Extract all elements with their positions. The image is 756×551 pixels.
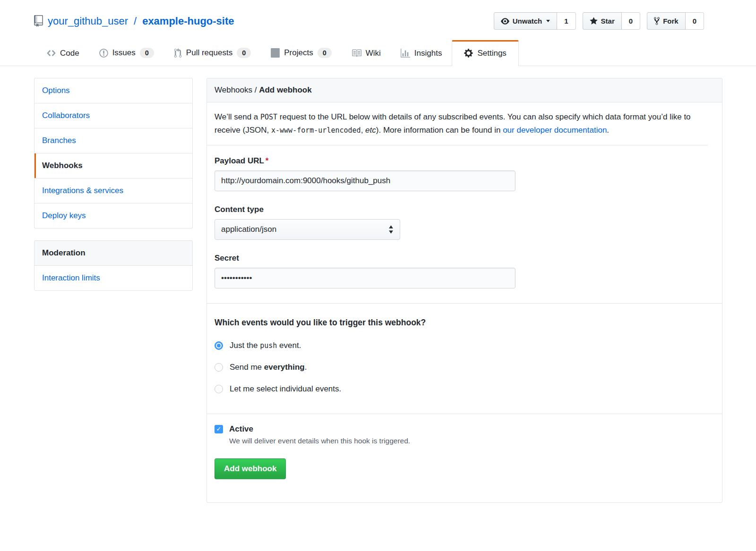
- description-text: ). More information can be found in: [376, 126, 503, 135]
- tab-issues-label: Issues: [112, 48, 136, 58]
- github-repo-settings-page: your_github_user / example-hugo-site Unw…: [0, 0, 756, 503]
- add-webhook-panel: Webhooks / Add webhook We’ll send a POST…: [206, 78, 722, 503]
- payload-url-group: Payload URL*: [215, 156, 714, 191]
- event-option-just-push-label: Just the push event.: [230, 341, 301, 350]
- tab-insights[interactable]: Insights: [391, 41, 452, 66]
- secret-input[interactable]: [215, 268, 515, 288]
- issues-counter: 0: [140, 48, 154, 58]
- radio-button-everything[interactable]: [215, 363, 223, 372]
- breadcrumb-webhooks-link[interactable]: Webhooks: [215, 85, 252, 94]
- unwatch-button[interactable]: Unwatch: [494, 12, 558, 30]
- developer-documentation-link[interactable]: our developer documentation: [503, 126, 607, 135]
- tab-pull-requests-label: Pull requests: [186, 48, 232, 58]
- content-type-label: Content type: [215, 205, 714, 214]
- payload-url-label: Payload URL*: [215, 156, 714, 166]
- tab-projects[interactable]: Projects 0: [261, 40, 342, 66]
- gear-icon: [464, 48, 473, 58]
- repo-owner-link[interactable]: your_github_user: [48, 15, 128, 27]
- payload-url-label-text: Payload URL: [215, 156, 264, 165]
- option-text: Just the: [230, 341, 260, 350]
- tab-code[interactable]: Code: [37, 41, 89, 66]
- issue-opened-icon: [99, 48, 108, 58]
- repo-forked-icon: [654, 17, 660, 25]
- option-text: event.: [277, 341, 301, 350]
- tab-issues[interactable]: Issues 0: [89, 40, 164, 66]
- webhook-form: Payload URL* Content type application/js…: [207, 145, 722, 304]
- option-text: .: [305, 363, 307, 372]
- event-option-individual[interactable]: Let me select individual events.: [215, 384, 714, 394]
- post-code-text: POST: [260, 113, 277, 121]
- urlencoded-code-text: x-www-form-urlencoded: [271, 126, 361, 135]
- repo-tab-bar: Code Issues 0 Pull requests 0 Projects 0: [0, 40, 756, 66]
- projects-counter: 0: [318, 48, 332, 58]
- code-icon: [47, 48, 56, 58]
- tab-settings[interactable]: Settings: [452, 40, 518, 66]
- watchers-count[interactable]: 1: [557, 12, 576, 30]
- sidebar-item-interaction-limits[interactable]: Interaction limits: [34, 266, 192, 290]
- stargazers-count[interactable]: 0: [622, 12, 640, 30]
- secret-group: Secret: [215, 254, 714, 288]
- star-button-group: Star 0: [583, 12, 641, 30]
- secret-label: Secret: [215, 254, 714, 263]
- etc-text: etc: [365, 126, 376, 135]
- page-title: Add webhook: [259, 85, 311, 94]
- sidebar-item-integrations-services[interactable]: Integrations & services: [34, 178, 192, 203]
- unwatch-label: Unwatch: [513, 17, 542, 25]
- sidebar-item-options[interactable]: Options: [34, 78, 192, 103]
- breadcrumb-separator: /: [252, 85, 259, 94]
- radio-button-individual[interactable]: [215, 385, 223, 393]
- moderation-menu: Moderation Interaction limits: [34, 240, 193, 291]
- everything-bold-text: everything: [264, 363, 305, 372]
- project-icon: [271, 48, 280, 58]
- repo-name-link[interactable]: example-hugo-site: [142, 15, 234, 27]
- push-code-text: push: [260, 341, 277, 350]
- content-type-group: Content type application/json: [215, 205, 714, 240]
- sidebar-item-webhooks[interactable]: Webhooks: [34, 153, 192, 178]
- star-button[interactable]: Star: [583, 12, 622, 30]
- caret-down-icon: [546, 20, 550, 22]
- graph-icon: [401, 49, 410, 58]
- description-text: We’ll send a: [215, 112, 260, 121]
- add-webhook-button[interactable]: Add webhook: [215, 458, 286, 479]
- repo-separator: /: [133, 15, 137, 27]
- repo-header: your_github_user / example-hugo-site Unw…: [0, 0, 756, 30]
- pull-requests-counter: 0: [237, 48, 251, 58]
- sidebar-item-deploy-keys[interactable]: Deploy keys: [34, 203, 192, 228]
- event-option-everything[interactable]: Send me everything.: [215, 363, 714, 372]
- event-option-everything-label: Send me everything.: [230, 363, 307, 372]
- repo-icon: [34, 15, 43, 27]
- sidebar-item-collaborators[interactable]: Collaborators: [34, 103, 192, 128]
- moderation-header: Moderation: [34, 241, 192, 266]
- event-option-just-push[interactable]: Just the push event.: [215, 341, 714, 350]
- sidebar-item-branches[interactable]: Branches: [34, 128, 192, 153]
- event-option-individual-label: Let me select individual events.: [230, 384, 341, 394]
- description-text: .: [607, 126, 609, 135]
- fork-button[interactable]: Fork: [647, 12, 686, 30]
- tab-insights-label: Insights: [414, 49, 442, 58]
- tab-wiki-label: Wiki: [366, 49, 381, 58]
- tab-pull-requests[interactable]: Pull requests 0: [164, 40, 261, 66]
- payload-url-input[interactable]: [215, 170, 515, 191]
- tab-code-label: Code: [60, 49, 79, 58]
- active-checkbox[interactable]: ✓: [215, 425, 223, 433]
- webhook-description: We’ll send a POST request to the URL bel…: [207, 102, 708, 145]
- active-checkbox-row[interactable]: ✓ Active: [215, 424, 714, 434]
- radio-button-just-push[interactable]: [215, 341, 223, 350]
- tab-wiki[interactable]: Wiki: [342, 41, 391, 66]
- content-type-select[interactable]: application/json: [215, 219, 400, 240]
- forks-count[interactable]: 0: [686, 12, 704, 30]
- content-type-selected-value: application/json: [221, 225, 276, 234]
- webhook-events-section: Which events would you like to trigger t…: [207, 304, 722, 414]
- settings-sidebar: Options Collaborators Branches Webhooks …: [34, 78, 193, 291]
- option-text: Send me: [230, 363, 264, 372]
- active-section: ✓ Active We will deliver event details w…: [207, 414, 722, 502]
- breadcrumb: Webhooks / Add webhook: [207, 78, 722, 102]
- fork-button-group: Fork 0: [647, 12, 704, 30]
- repo-actions: Unwatch 1 Star 0: [494, 12, 704, 30]
- events-heading: Which events would you like to trigger t…: [215, 318, 714, 328]
- repo-title: your_github_user / example-hugo-site: [34, 15, 234, 27]
- description-text: ,: [361, 126, 365, 135]
- book-icon: [352, 48, 361, 58]
- tab-settings-label: Settings: [477, 49, 506, 58]
- settings-menu: Options Collaborators Branches Webhooks …: [34, 78, 193, 229]
